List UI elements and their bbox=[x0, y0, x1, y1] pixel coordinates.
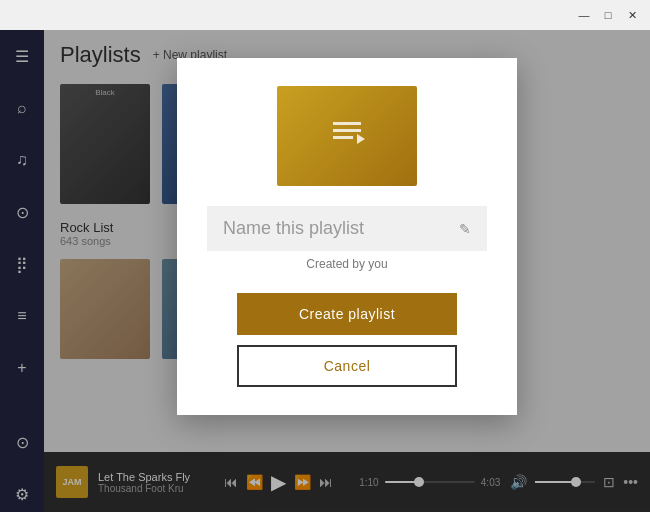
svg-marker-3 bbox=[357, 134, 365, 144]
maximize-button[interactable]: □ bbox=[598, 6, 618, 24]
content-area: Playlists + New playlist Black Rock List… bbox=[44, 30, 650, 512]
playlist-name-placeholder: Name this playlist bbox=[223, 218, 459, 239]
sidebar: ☰ ⌕ ♫ ⊙ ⡿ ≡ + ⊙ ⚙ bbox=[0, 30, 44, 512]
modal-buttons: Create playlist Cancel bbox=[237, 293, 457, 387]
edit-icon[interactable]: ✎ bbox=[459, 221, 471, 237]
close-button[interactable]: ✕ bbox=[622, 6, 642, 24]
modal-icon-area bbox=[177, 58, 517, 206]
music-icon[interactable]: ♫ bbox=[4, 142, 40, 178]
svg-rect-2 bbox=[333, 136, 353, 139]
create-playlist-modal: Name this playlist ✎ Created by you Crea… bbox=[177, 58, 517, 415]
window-controls: — □ ✕ bbox=[574, 6, 642, 24]
svg-rect-0 bbox=[333, 122, 361, 125]
user-icon[interactable]: ⊙ bbox=[4, 424, 40, 460]
title-bar: — □ ✕ bbox=[0, 0, 650, 30]
stats-icon[interactable]: ⡿ bbox=[4, 246, 40, 282]
list-icon[interactable]: ≡ bbox=[4, 298, 40, 334]
minimize-button[interactable]: — bbox=[574, 6, 594, 24]
create-playlist-button[interactable]: Create playlist bbox=[237, 293, 457, 335]
menu-icon[interactable]: ☰ bbox=[4, 38, 40, 74]
playlist-list-icon bbox=[329, 118, 365, 155]
cancel-button[interactable]: Cancel bbox=[237, 345, 457, 387]
recent-icon[interactable]: ⊙ bbox=[4, 194, 40, 230]
svg-rect-1 bbox=[333, 129, 361, 132]
playlist-icon-box bbox=[277, 86, 417, 186]
playlist-name-area[interactable]: Name this playlist ✎ bbox=[207, 206, 487, 251]
search-icon[interactable]: ⌕ bbox=[4, 90, 40, 126]
add-icon[interactable]: + bbox=[4, 350, 40, 386]
created-by-label: Created by you bbox=[306, 257, 387, 271]
settings-icon[interactable]: ⚙ bbox=[4, 476, 40, 512]
